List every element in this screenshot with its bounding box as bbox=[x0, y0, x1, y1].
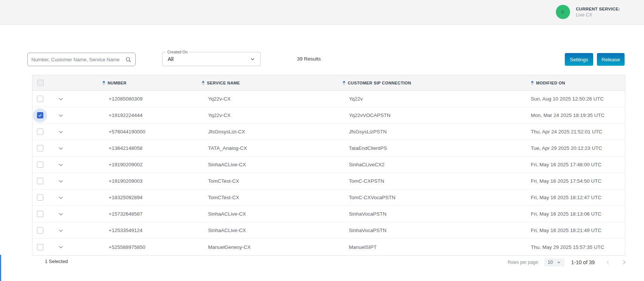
cell-number: +576044190000 bbox=[102, 129, 202, 135]
sort-icon bbox=[531, 81, 534, 85]
expand-row-chevron-icon[interactable] bbox=[58, 178, 102, 184]
top-bar: B CURRENT SERVICE: Live CX bbox=[0, 0, 644, 25]
created-on-select[interactable]: Created On All bbox=[162, 52, 261, 66]
expand-row-chevron-icon[interactable] bbox=[58, 145, 102, 151]
row-checkbox[interactable] bbox=[33, 207, 47, 221]
cell-modified-on: Sun, Aug 10 2025 12:50:26 UTC bbox=[531, 96, 625, 102]
cell-customer-sip-connection: JfsGsysLizPSTN bbox=[343, 129, 531, 135]
column-header-modified-on[interactable]: MODIFIED ON bbox=[531, 81, 625, 85]
created-on-value: All bbox=[168, 56, 250, 62]
current-service-value: Live CX bbox=[576, 12, 620, 18]
table-row: +525588975850 ManuelGenesy-CX ManuelSIPT… bbox=[32, 239, 625, 255]
table-row: +18325092894 TomCTest-CX TomC-CXVocaPSTN… bbox=[32, 189, 625, 206]
cell-modified-on: Fri, May 16 2025 18:13:06 UTC bbox=[531, 211, 625, 217]
chevron-down-icon bbox=[557, 260, 561, 265]
release-button[interactable]: Release bbox=[597, 53, 625, 66]
cell-number: +19192224444 bbox=[102, 112, 202, 118]
row-checkbox[interactable] bbox=[33, 92, 47, 106]
chevron-right-icon bbox=[621, 259, 627, 265]
chevron-down-icon bbox=[250, 56, 255, 62]
cell-modified-on: Mon, Mar 24 2025 18:19:35 UTC bbox=[531, 112, 625, 118]
table-header-row: NUMBER SERVICE NAME CUSTOMER SIP CONNECT… bbox=[32, 75, 625, 91]
cell-modified-on: Fri, May 16 2025 17:48:00 UTC bbox=[531, 162, 625, 167]
sort-icon bbox=[343, 81, 346, 85]
cell-number: +19190209002 bbox=[102, 162, 202, 167]
rows-per-page-label: Rows per page: bbox=[508, 260, 539, 265]
cell-customer-sip-connection: Yq22vVOCAPSTN bbox=[343, 112, 531, 118]
cell-modified-on: Thu, Apr 24 2025 21:52:01 UTC bbox=[531, 129, 625, 135]
settings-button[interactable]: Settings bbox=[565, 53, 593, 66]
column-label: SERVICE NAME bbox=[207, 81, 240, 85]
selected-count: 1 Selected bbox=[45, 259, 68, 264]
row-checkbox[interactable] bbox=[33, 174, 47, 188]
cell-service-name: SinhaACLive-CX bbox=[202, 228, 343, 233]
row-checkbox[interactable] bbox=[33, 240, 47, 254]
cell-service-name: JfsGnsysLizi-CX bbox=[202, 129, 343, 135]
cell-number: +12085080309 bbox=[102, 96, 202, 102]
cell-service-name: TomCTest-CX bbox=[202, 195, 343, 200]
expand-row-chevron-icon[interactable] bbox=[58, 228, 102, 234]
expand-row-chevron-icon[interactable] bbox=[58, 162, 102, 168]
cell-customer-sip-connection: ManuelSIPT bbox=[343, 244, 531, 250]
expand-row-chevron-icon[interactable] bbox=[58, 211, 102, 217]
cell-service-name: TomCTest-CX bbox=[202, 178, 343, 184]
table-row: +19190209002 SinhaACLive-CX SinhaCLiveCX… bbox=[32, 157, 625, 173]
cell-modified-on: Thu, May 29 2025 15:57:35 UTC bbox=[531, 244, 625, 250]
current-service-label: CURRENT SERVICE: bbox=[576, 7, 620, 11]
cell-service-name: SinhaACLive-CX bbox=[202, 211, 343, 217]
column-label: NUMBER bbox=[108, 81, 127, 85]
cell-customer-sip-connection: TomC-CXPSTN bbox=[343, 178, 531, 184]
results-count: 39 Results bbox=[297, 56, 321, 62]
rows-per-page-select[interactable]: 10 bbox=[544, 258, 564, 266]
cell-modified-on: Fri, May 16 2025 18:12:47 UTC bbox=[531, 195, 625, 200]
cell-customer-sip-connection: SinhaVocaPSTN bbox=[343, 211, 531, 217]
cell-customer-sip-connection: SinhaVocaPSTN bbox=[343, 228, 531, 233]
cell-service-name: Yq22v-CX bbox=[202, 96, 343, 102]
row-checkbox[interactable] bbox=[33, 191, 47, 205]
search-box[interactable] bbox=[27, 53, 136, 66]
expand-row-chevron-icon[interactable] bbox=[58, 129, 102, 135]
previous-page-button[interactable] bbox=[603, 257, 613, 268]
table-body: +12085080309 Yq22v-CX Yq22v Sun, Aug 10 … bbox=[32, 91, 625, 255]
created-on-label: Created On bbox=[166, 50, 189, 54]
cell-number: +13642148058 bbox=[102, 145, 202, 151]
row-checkbox[interactable] bbox=[33, 158, 47, 172]
current-service-widget: B CURRENT SERVICE: Live CX bbox=[556, 5, 620, 19]
next-page-button[interactable] bbox=[619, 257, 629, 268]
expand-row-chevron-icon[interactable] bbox=[58, 244, 102, 250]
search-input[interactable] bbox=[31, 57, 125, 62]
expand-row-chevron-icon[interactable] bbox=[58, 96, 102, 102]
column-label: MODIFIED ON bbox=[536, 81, 565, 85]
column-header-number[interactable]: NUMBER bbox=[102, 81, 202, 85]
expand-row-chevron-icon[interactable] bbox=[58, 195, 102, 201]
left-edge-accent bbox=[0, 255, 1, 281]
cell-customer-sip-connection: SinhaCLiveCX2 bbox=[343, 162, 531, 167]
expand-row-chevron-icon[interactable] bbox=[58, 112, 102, 118]
table-row: +19190209003 TomCTest-CX TomC-CXPSTN Fri… bbox=[32, 173, 625, 189]
table-row: +19192224444 Yq22v-CX Yq22vVOCAPSTN Mon,… bbox=[32, 107, 625, 124]
pagination-bar: Rows per page: 10 1-10 of 39 bbox=[508, 257, 629, 268]
row-checkbox[interactable] bbox=[33, 223, 47, 238]
sort-icon bbox=[202, 81, 205, 85]
search-icon[interactable] bbox=[125, 56, 131, 63]
avatar[interactable]: B bbox=[556, 5, 570, 19]
sort-icon bbox=[102, 81, 105, 85]
table-row: +12533549124 SinhaACLive-CX SinhaVocaPST… bbox=[32, 222, 625, 239]
select-all-checkbox[interactable] bbox=[33, 76, 47, 90]
cell-service-name: TATA_Analog-CX bbox=[202, 145, 343, 151]
table-row: +12085080309 Yq22v-CX Yq22v Sun, Aug 10 … bbox=[32, 91, 625, 107]
cell-customer-sip-connection: TataEndClientPS bbox=[343, 145, 531, 151]
cell-number: +19190209003 bbox=[102, 178, 202, 184]
table-row: +15732648587 SinhaACLive-CX SinhaVocaPST… bbox=[32, 206, 625, 222]
cell-modified-on: Tue, Apr 29 2025 20:12:23 UTC bbox=[531, 145, 625, 151]
cell-service-name: SinhaACLive-CX bbox=[202, 162, 343, 167]
column-header-customer-sip-connection[interactable]: CUSTOMER SIP CONNECTION bbox=[343, 81, 531, 85]
numbers-table: NUMBER SERVICE NAME CUSTOMER SIP CONNECT… bbox=[32, 75, 625, 256]
cell-customer-sip-connection: Yq22v bbox=[343, 96, 531, 102]
cell-modified-on: Fri, May 16 2025 17:54:50 UTC bbox=[531, 178, 625, 184]
column-header-service-name[interactable]: SERVICE NAME bbox=[202, 81, 343, 85]
row-checkbox[interactable] bbox=[33, 125, 47, 139]
row-checkbox[interactable] bbox=[33, 108, 47, 123]
cell-customer-sip-connection: TomC-CXVocaPSTN bbox=[343, 195, 531, 200]
row-checkbox[interactable] bbox=[33, 141, 47, 155]
